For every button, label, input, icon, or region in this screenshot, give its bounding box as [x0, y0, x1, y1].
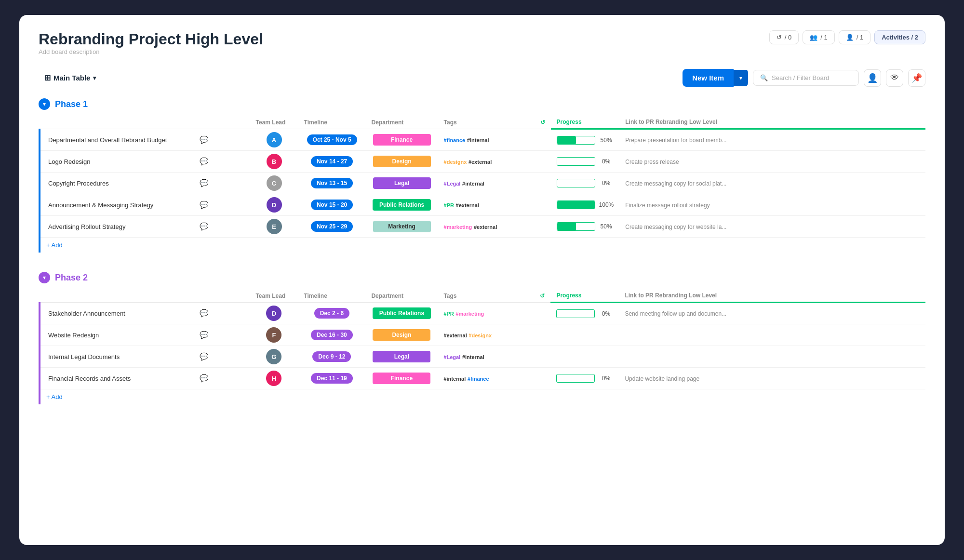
- comment-cell: 💬: [194, 129, 250, 151]
- phase1-add-row[interactable]: + Add: [39, 238, 925, 253]
- pin-btn[interactable]: 📌: [908, 69, 925, 87]
- phase1-header: ▾ Phase 1: [39, 98, 925, 110]
- tag1: #external: [443, 333, 467, 338]
- new-item-btn[interactable]: New Item ▾: [683, 69, 748, 87]
- tags-cell: #external #designx: [438, 324, 534, 346]
- col-header-progress-icon: ↺: [535, 116, 551, 129]
- link-cell: [619, 346, 925, 368]
- timeline-cell: Nov 15 - 20: [298, 194, 366, 216]
- row-name: Financial Records and Assets: [40, 368, 194, 389]
- progress-bar-container: [557, 136, 595, 145]
- team-lead-cell: C: [250, 173, 298, 194]
- table-row: Logo Redesign💬BNov 14 - 27Design#designx…: [40, 151, 925, 173]
- progress-bar-group: 50%: [557, 136, 614, 145]
- retry-action-btn[interactable]: ↺ / 0: [769, 30, 799, 44]
- page-title: Rebranding Project High Level: [39, 30, 263, 48]
- timeline-badge: Nov 15 - 20: [311, 200, 353, 210]
- department-cell: Design: [365, 324, 438, 346]
- new-item-dropdown-btn[interactable]: ▾: [734, 70, 748, 86]
- progress-cell: 0%: [551, 151, 620, 173]
- search-box[interactable]: 🔍 Search / Filter Board: [753, 70, 859, 86]
- phase1-col-headers: Team Lead Timeline Department Tags ↺ Pro…: [40, 116, 925, 129]
- share-action-btn[interactable]: 👥 / 1: [803, 30, 834, 44]
- comment-icon[interactable]: 💬: [200, 309, 209, 317]
- progress-cell: [550, 346, 619, 368]
- comment-icon[interactable]: 💬: [200, 200, 209, 209]
- link-text: Create messaging copy for website la...: [625, 224, 726, 230]
- avatar: D: [267, 197, 282, 213]
- progress-cell: 100%: [551, 194, 620, 216]
- phase2-toggle[interactable]: ▾: [39, 272, 50, 283]
- avatar: B: [267, 154, 282, 169]
- header-left: Rebranding Project High Level Add board …: [39, 30, 263, 65]
- progress-cell: 0%: [550, 368, 619, 389]
- team-lead-cell: G: [250, 346, 298, 368]
- tags-cell: #PR #marketing: [438, 303, 534, 324]
- progress-pct: 50%: [599, 223, 614, 230]
- progress-bar-group: 0%: [556, 374, 613, 383]
- comment-icon[interactable]: 💬: [200, 222, 209, 230]
- dept-badge: Finance: [373, 134, 431, 146]
- tag2: #external: [474, 224, 497, 230]
- tag2: #designx: [469, 333, 492, 338]
- progress-bar-container: [556, 374, 595, 383]
- row-name: Departmental and Overall Rebrand Budget: [40, 129, 194, 151]
- col2-header-progress: Progress: [550, 289, 619, 303]
- dept-badge: Public Relations: [373, 307, 431, 319]
- comment-icon[interactable]: 💬: [200, 352, 209, 360]
- table-row: Website Redesign💬FDec 16 - 30Design#exte…: [40, 324, 925, 346]
- phase2-title: Phase 2: [55, 273, 88, 283]
- tag1: #marketing: [444, 224, 472, 230]
- search-placeholder: Search / Filter Board: [772, 74, 829, 81]
- user-filter-icon: 👤: [867, 73, 878, 83]
- department-cell: Marketing: [366, 216, 438, 238]
- progress-bar-container: [557, 179, 595, 187]
- phase1-toggle[interactable]: ▾: [39, 98, 50, 110]
- link-cell: Prepare presentation for board memb...: [619, 129, 925, 151]
- progress-icon-cell: [535, 151, 551, 173]
- team-lead-cell: E: [250, 216, 298, 238]
- col2-header-dept: Department: [365, 289, 438, 303]
- department-cell: Legal: [366, 173, 438, 194]
- board-description[interactable]: Add board description: [39, 48, 263, 55]
- retry-count: / 0: [785, 34, 791, 41]
- comment-cell: 💬: [194, 324, 250, 346]
- timeline-badge: Dec 2 - 6: [314, 308, 349, 319]
- avatar: E: [267, 219, 282, 234]
- phase2-add-row[interactable]: + Add: [39, 389, 925, 404]
- comment-icon[interactable]: 💬: [200, 331, 209, 339]
- tag2: #external: [456, 202, 479, 208]
- progress-icon-cell: [534, 324, 550, 346]
- department-cell: Public Relations: [366, 194, 438, 216]
- col-header-tags: Tags: [438, 116, 535, 129]
- col-header-item: [40, 116, 194, 129]
- comment-icon[interactable]: 💬: [200, 179, 209, 187]
- tags-cell: #Legal #internal: [438, 346, 534, 368]
- progress-icon-cell: [534, 368, 550, 389]
- progress-pct: 0%: [599, 375, 613, 382]
- tags-cell: #finance #internal: [438, 129, 535, 151]
- dept-badge: Design: [373, 156, 431, 167]
- link-text: Create press release: [625, 159, 679, 165]
- main-table-btn[interactable]: ⊞ Main Table ▾: [39, 69, 102, 86]
- table-icon: ⊞: [44, 73, 51, 82]
- comment-icon[interactable]: 💬: [200, 135, 209, 144]
- col-header-teamlead: Team Lead: [250, 116, 298, 129]
- dept-badge: Design: [373, 329, 430, 341]
- user-filter-btn[interactable]: 👤: [864, 69, 881, 87]
- department-cell: Public Relations: [365, 303, 438, 324]
- progress-icon-cell: [534, 303, 550, 324]
- comment-icon[interactable]: 💬: [200, 374, 209, 382]
- user-action-btn[interactable]: 👤 / 1: [839, 30, 870, 44]
- link-cell: Create messaging copy for social plat...: [619, 173, 925, 194]
- progress-pct: 0%: [599, 158, 614, 165]
- link-cell: Create messaging copy for website la...: [619, 216, 925, 238]
- comment-icon[interactable]: 💬: [200, 157, 209, 165]
- new-item-main-btn[interactable]: New Item: [683, 69, 734, 87]
- pin-icon: 📌: [911, 73, 922, 83]
- share-count: / 1: [820, 34, 827, 41]
- progress-bar-container: [557, 157, 595, 166]
- activities-btn[interactable]: Activities / 2: [874, 30, 925, 44]
- dept-badge: Finance: [373, 373, 430, 384]
- eye-filter-btn[interactable]: 👁: [886, 69, 903, 87]
